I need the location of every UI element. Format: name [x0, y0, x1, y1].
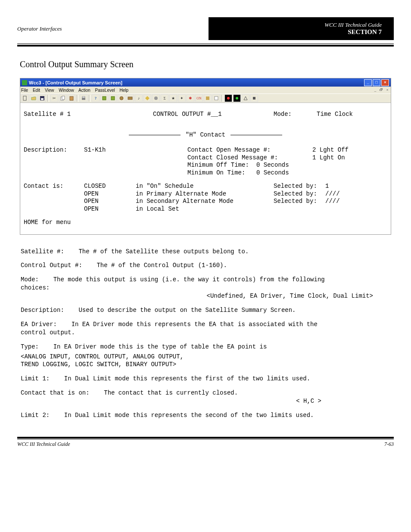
selected-by-label: Selected by:: [274, 198, 325, 205]
svg-rect-9: [111, 96, 115, 100]
tool-icon[interactable]: [242, 94, 249, 102]
selected-by-value: ////: [325, 190, 340, 198]
satellite-label: Satellite # 1: [24, 111, 153, 118]
print-icon[interactable]: [80, 94, 87, 102]
home-hint: HOME for menu: [24, 219, 387, 227]
tool-icon[interactable]: [152, 94, 160, 102]
contact-where: in Secondary Alternate Mode: [136, 198, 248, 205]
paste-icon[interactable]: [68, 94, 75, 102]
explanations: Satellite #: The # of the Satellite thes…: [21, 248, 390, 420]
tool-icon[interactable]: [100, 94, 108, 102]
exp-desc-text: Used to describe the output on the Satel…: [78, 307, 296, 314]
tool-icon[interactable]: [126, 94, 134, 102]
tool-icon[interactable]: [143, 94, 151, 102]
minimize-button[interactable]: _: [364, 79, 372, 86]
exp-mode-choices: <Undefined, EA Driver, Time Clock, Dual …: [21, 292, 390, 300]
tool-icon[interactable]: [204, 94, 212, 102]
tool-icon[interactable]: [250, 94, 258, 102]
menu-window[interactable]: Window: [59, 88, 74, 93]
contact-table: Contact is: CLOSED in "On" Schedule Sele…: [24, 183, 387, 213]
tool-icon[interactable]: [233, 94, 241, 102]
window-controls: _ □ ×: [364, 79, 389, 86]
tool-icon[interactable]: Σ: [161, 94, 168, 102]
menu-help[interactable]: Help: [120, 88, 129, 93]
menu-edit[interactable]: Edit: [33, 88, 40, 93]
tool-icon[interactable]: [212, 94, 220, 102]
copy-icon[interactable]: [59, 94, 67, 102]
tool-icon[interactable]: ✦: [178, 94, 186, 102]
rule-thick: [17, 45, 394, 47]
mode-value: Time Clock: [317, 111, 353, 118]
exp-type-label: Type:: [21, 343, 39, 350]
table-row: OPEN in Local Set: [24, 205, 387, 213]
open-msg-value: 2 Lght Off: [312, 146, 349, 154]
doc-controls: _ 🗗 ×: [373, 88, 390, 93]
min-off-label: Minimum Off Time:: [187, 162, 256, 169]
selected-by-value: ////: [325, 198, 340, 205]
tool-icon[interactable]: [118, 94, 125, 102]
menu-action[interactable]: Action: [78, 88, 90, 93]
rule-thin: [17, 44, 394, 44]
footer-left: WCC III Technical Guide: [17, 441, 70, 448]
tool-icon[interactable]: ON: [195, 94, 203, 102]
svg-rect-13: [206, 96, 209, 100]
rule-right: [230, 135, 282, 135]
page-header: Operator Interfaces WCC III Technical Gu…: [17, 17, 394, 40]
closed-msg-value: 1 Lght On: [312, 154, 345, 162]
tool-icon[interactable]: ★: [169, 94, 177, 102]
contact-state: OPEN: [84, 205, 136, 213]
tool-icon[interactable]: ✱: [187, 94, 194, 102]
exp-limit1-text: In Dual Limit mode this represents the f…: [64, 375, 310, 382]
exp-conum-text: The # of the Control Output (1-160).: [97, 262, 227, 269]
close-button[interactable]: ×: [381, 79, 389, 86]
tool-icon[interactable]: [109, 94, 117, 102]
toolbar: ✂ ? ♪ Σ ★ ✦ ✱ ON: [20, 93, 391, 103]
svg-rect-7: [82, 96, 85, 98]
svg-rect-17: [253, 97, 255, 100]
menu-items: File Edit View Window Action PassLevel H…: [21, 88, 132, 93]
svg-rect-6: [82, 98, 85, 100]
contact-state: OPEN: [84, 198, 136, 205]
screen-content: Satellite # 1 CONTROL OUTPUT #__1 Mode: …: [20, 103, 391, 234]
exp-eadriver-text: In EA Driver mode this represents the EA…: [21, 321, 318, 336]
selected-by-label: Selected by:: [274, 183, 325, 190]
new-icon[interactable]: [21, 94, 29, 102]
tool-icon[interactable]: [224, 94, 232, 102]
tool-icon[interactable]: ♪: [135, 94, 143, 102]
contact-state: OPEN: [84, 190, 136, 198]
doc-min-button[interactable]: _: [373, 88, 378, 93]
maximize-button[interactable]: □: [373, 79, 380, 86]
menu-passlevel[interactable]: PassLevel: [95, 88, 115, 93]
header-right: WCC III Technical Guide SECTION 7: [209, 17, 394, 40]
exp-contacton-text: The contact that is currently closed.: [104, 389, 238, 396]
doc-close-button[interactable]: ×: [385, 88, 390, 93]
closed-msg-label: Contact Closed Message #:: [187, 154, 291, 162]
open-icon[interactable]: [30, 94, 37, 102]
separator-icon: [77, 95, 78, 102]
contact-state: CLOSED: [84, 183, 136, 190]
exp-type-text: In EA Driver mode this is the type of ta…: [53, 343, 267, 350]
header-guide: WCC III Technical Guide: [213, 22, 382, 28]
table-row: Contact is: CLOSED in "On" Schedule Sele…: [24, 183, 387, 190]
section-title: Control Output Summary Screen: [20, 59, 394, 69]
rule-left: [129, 135, 181, 135]
footer-rule-thick: [17, 437, 394, 439]
open-msg-label: Contact Open Message #:: [187, 146, 291, 154]
cut-icon[interactable]: ✂: [50, 94, 58, 102]
doc-restore-button[interactable]: 🗗: [379, 88, 384, 93]
menu-view[interactable]: View: [45, 88, 54, 93]
svg-rect-4: [62, 96, 65, 100]
svg-point-16: [236, 97, 238, 100]
contact-is-label: Contact is:: [24, 183, 84, 190]
exp-contacton-label: Contact that is on:: [21, 389, 90, 396]
save-icon[interactable]: [38, 94, 46, 102]
menubar: File Edit View Window Action PassLevel H…: [20, 87, 391, 93]
table-row: OPEN in Primary Alternate Mode Selected …: [24, 190, 387, 198]
table-row: OPEN in Secondary Alternate Mode Selecte…: [24, 198, 387, 205]
svg-rect-2: [41, 98, 44, 100]
selected-by-value: 1: [325, 183, 329, 190]
contact-where: in Local Set: [136, 205, 248, 213]
help-icon[interactable]: ?: [92, 94, 100, 102]
menu-file[interactable]: File: [21, 88, 28, 93]
min-off-value: 0 Seconds: [256, 162, 289, 169]
